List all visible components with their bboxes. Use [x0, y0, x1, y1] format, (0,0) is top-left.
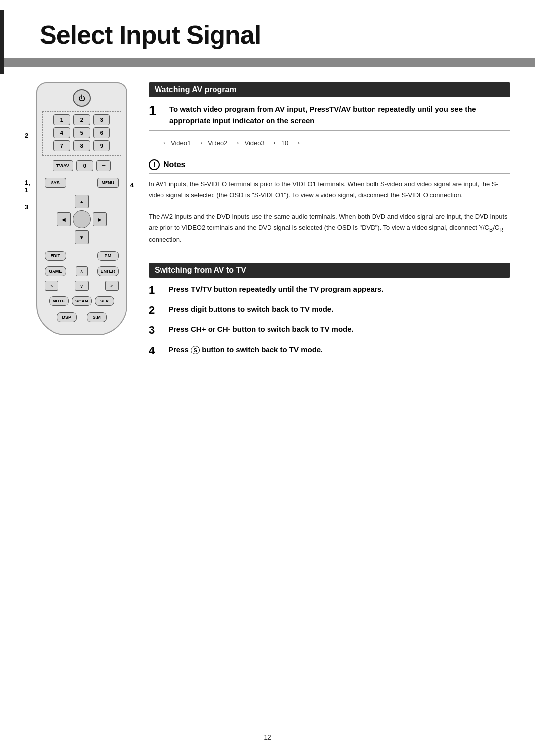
- nav-down-button[interactable]: ∨: [75, 281, 89, 291]
- remote-container: 2 1, 1 3 ⏻ 1 2 3 4: [25, 82, 134, 357]
- btn-3[interactable]: 3: [93, 114, 110, 125]
- callout-label-2: 2: [25, 132, 33, 139]
- flow-video1: Video1: [171, 139, 191, 147]
- notes-title: ! Notes: [149, 159, 510, 174]
- flow-video3: Video3: [245, 139, 265, 147]
- tvav-button[interactable]: TV/AV: [53, 160, 73, 171]
- power-button[interactable]: ⏻: [73, 89, 91, 107]
- subscript-r: R: [499, 227, 503, 233]
- game-button[interactable]: GAME: [45, 266, 66, 276]
- cc-button[interactable]: ☰: [96, 160, 111, 171]
- dpad-left-button[interactable]: ◀: [57, 212, 71, 226]
- header-accent-bar: [0, 10, 4, 74]
- page-header: Select Input Signal: [0, 0, 535, 50]
- notes-body: In AV1 inputs, the S-VIDEO terminal is p…: [149, 179, 510, 245]
- flow-start-arrow: →: [158, 138, 167, 148]
- dsp-button[interactable]: DSP: [57, 312, 77, 322]
- remote-wrapper: 2 1, 1 3 ⏻ 1 2 3 4: [25, 82, 134, 335]
- btn-7[interactable]: 7: [54, 140, 70, 151]
- flow-arrow-3: →: [268, 138, 277, 148]
- switch-step-4: 4 Press S button to switch back to TV mo…: [149, 344, 510, 357]
- sys-button[interactable]: SYS: [45, 178, 66, 188]
- dpad-down-button[interactable]: ▼: [75, 230, 89, 244]
- callout-label-4: 4: [130, 181, 134, 189]
- notes-text-2: The AV2 inputs and the DVD inputs use th…: [149, 213, 508, 243]
- btn-1[interactable]: 1: [54, 114, 70, 125]
- switch-step-4-text: Press S button to switch back to TV mode…: [168, 344, 510, 355]
- dpad-center-button[interactable]: [73, 210, 91, 228]
- right-content: Watching AV program 1 To watch video pro…: [149, 82, 510, 357]
- slp-button[interactable]: SLP: [95, 296, 114, 306]
- header-divider: [0, 58, 535, 67]
- numpad-row-1: 1 2 3: [45, 114, 118, 125]
- switch-step-4-num: 4: [149, 344, 162, 357]
- watching-av-header: Watching AV program: [149, 82, 510, 97]
- notes-label: Notes: [163, 160, 185, 169]
- switch-step-3: 3 Press CH+ or CH- button to switch back…: [149, 324, 510, 337]
- nav-left-button[interactable]: ＜: [45, 281, 58, 291]
- main-content: 2 1, 1 3 ⏻ 1 2 3 4: [0, 67, 535, 377]
- watching-av-section: Watching AV program 1 To watch video pro…: [149, 82, 510, 249]
- callout-labels-left: 2 1, 1 3: [25, 82, 36, 211]
- notes-text-1: In AV1 inputs, the S-VIDEO terminal is p…: [149, 180, 498, 199]
- sm-button[interactable]: S.M: [87, 312, 107, 322]
- btn-4[interactable]: 4: [54, 127, 70, 138]
- flow-diagram: → Video1 → Video2 → Video3 → 10 →: [149, 130, 510, 155]
- btn-6[interactable]: 6: [93, 127, 110, 138]
- subscript-b: B: [489, 227, 493, 233]
- switch-steps: 1 Press TV/TV button repeatedly until th…: [149, 278, 510, 357]
- game-enter-row: GAME ∧ ENTER: [45, 266, 119, 276]
- sys-menu-row: SYS MENU: [45, 178, 119, 188]
- menu-button[interactable]: MENU: [97, 178, 119, 188]
- remote-body: ⏻ 1 2 3 4 5 6 7 8: [36, 82, 127, 335]
- page-number: 12: [264, 733, 271, 741]
- switch-step-1-num: 1: [149, 284, 162, 297]
- numpad-row-3: 7 8 9: [45, 140, 118, 151]
- btn-5[interactable]: 5: [73, 127, 90, 138]
- flow-video2: Video2: [208, 139, 227, 147]
- flow-arrow-4: →: [292, 138, 301, 148]
- mute-scan-slp-row: MUTE SCAN SLP: [45, 296, 119, 306]
- flow-arrow-2: →: [232, 138, 241, 148]
- page-title: Select Input Signal: [30, 15, 505, 50]
- switch-step-3-num: 3: [149, 324, 162, 337]
- switching-av-section: Switching from AV to TV 1 Press TV/TV bu…: [149, 263, 510, 357]
- callout-label-3: 3: [25, 203, 33, 211]
- switch-step-2-num: 2: [149, 304, 162, 317]
- enter-button[interactable]: ENTER: [97, 266, 119, 276]
- power-icon: ⏻: [78, 94, 85, 102]
- step-1-text: To watch video program from AV input, Pr…: [169, 104, 510, 126]
- mute-button[interactable]: MUTE: [49, 296, 69, 306]
- flow-arrow-1: →: [195, 138, 204, 148]
- callout-labels-right: 4: [127, 82, 134, 189]
- nav-arrows-row: ＜ ∨ ＞: [45, 281, 119, 291]
- notes-section: ! Notes In AV1 inputs, the S-VIDEO termi…: [149, 159, 510, 245]
- nav-up-button[interactable]: ∧: [76, 266, 88, 276]
- dpad: ▲ ◀ ▶ ▼: [57, 195, 107, 244]
- tvav-row: TV/AV 0 ☰: [42, 160, 121, 171]
- btn-9[interactable]: 9: [93, 140, 110, 151]
- scan-button[interactable]: SCAN: [72, 296, 92, 306]
- dpad-right-button[interactable]: ▶: [93, 212, 107, 226]
- step-1-number: 1: [149, 104, 163, 118]
- flow-10: 10: [281, 139, 288, 147]
- numpad-section: 1 2 3 4 5 6 7 8 9: [42, 111, 121, 156]
- step-1: 1 To watch video program from AV input, …: [149, 104, 510, 126]
- btn-0[interactable]: 0: [76, 160, 93, 171]
- switch-step-2-text: Press digit buttons to switch back to TV…: [168, 304, 510, 315]
- callout-label-1: 1, 1: [25, 179, 33, 194]
- s-icon: S: [191, 346, 200, 354]
- switch-step-1: 1 Press TV/TV button repeatedly until th…: [149, 284, 510, 297]
- edit-pm-row: EDIT P.M: [45, 251, 119, 261]
- switch-step-3-text: Press CH+ or CH- button to switch back t…: [168, 324, 510, 335]
- btn-2[interactable]: 2: [73, 114, 90, 125]
- edit-button[interactable]: EDIT: [45, 251, 66, 261]
- switching-av-header: Switching from AV to TV: [149, 263, 510, 278]
- pm-button[interactable]: P.M: [97, 251, 119, 261]
- numpad-row-2: 4 5 6: [45, 127, 118, 138]
- nav-right-button[interactable]: ＞: [105, 281, 119, 291]
- dsp-sm-row: DSP S.M: [45, 312, 119, 322]
- btn-8[interactable]: 8: [73, 140, 90, 151]
- dpad-up-button[interactable]: ▲: [75, 195, 89, 208]
- notes-icon: !: [149, 159, 160, 170]
